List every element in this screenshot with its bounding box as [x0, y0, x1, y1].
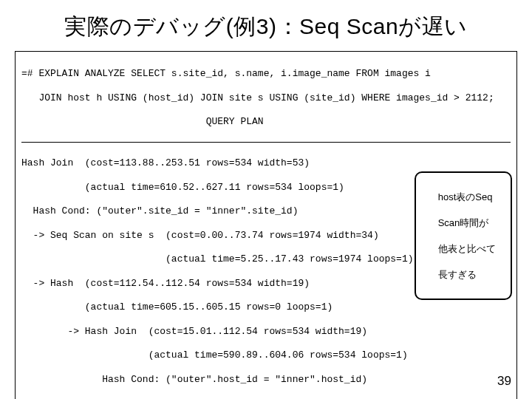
sql-line: QUERY PLAN: [21, 116, 511, 128]
callout-line: 長すぎる: [438, 269, 477, 280]
plan-line: Hash Cond: ("outer".host_id = "inner".ho…: [21, 374, 511, 386]
plan-line: Hash Join (cost=113.88..253.51 rows=534 …: [21, 157, 511, 169]
callout-line: Scan時間が: [438, 217, 489, 228]
plan-line: (actual time=590.89..604.06 rows=534 loo…: [21, 349, 511, 361]
sql-line: JOIN host h USING (host_id) JOIN site s …: [21, 92, 511, 104]
callout-line: 他表と比べて: [438, 243, 496, 254]
plan-line: -> Hash Join (cost=15.01..112.54 rows=53…: [21, 326, 511, 338]
slide-title: 実際のデバッグ(例3)：Seq Scanが遅い: [15, 12, 517, 42]
page-number: 39: [497, 374, 511, 389]
plan-line: (actual time=605.15..605.15 rows=0 loops…: [21, 301, 511, 313]
callout-line: host表のSeq: [438, 191, 493, 202]
slide: 実際のデバッグ(例3)：Seq Scanが遅い =# EXPLAIN ANALY…: [0, 0, 532, 399]
callout-box: host表のSeq Scan時間が 他表と比べて 長すぎる: [415, 171, 512, 300]
divider: [21, 142, 511, 143]
query-plan-box: =# EXPLAIN ANALYZE SELECT s.site_id, s.n…: [15, 51, 517, 399]
sql-line: =# EXPLAIN ANALYZE SELECT s.site_id, s.n…: [21, 68, 511, 80]
